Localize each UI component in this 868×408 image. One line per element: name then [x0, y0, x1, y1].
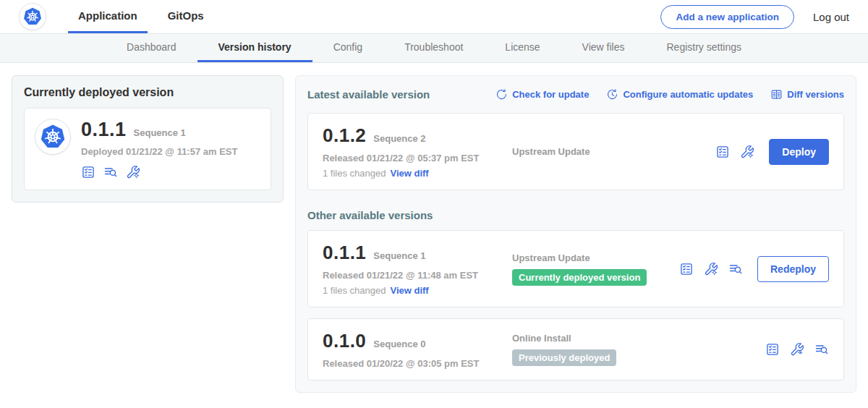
version-number: 0.1.2 — [323, 124, 366, 147]
version-number: 0.1.0 — [323, 330, 366, 352]
subnav-tab-troubleshoot[interactable]: Troubleshoot — [383, 34, 484, 62]
version-source: Online Install — [512, 333, 571, 344]
version-sequence: Sequence 2 — [373, 133, 425, 144]
subnav-tab-dashboard[interactable]: Dashboard — [106, 34, 197, 62]
subnav-tab-license[interactable]: License — [484, 34, 561, 62]
top-header: Application GitOps Add a new application… — [0, 0, 868, 33]
logout-link[interactable]: Log out — [813, 11, 849, 23]
kubernetes-app-icon — [39, 123, 67, 150]
edit-config-icon[interactable] — [704, 262, 718, 276]
version-row-0.1.0: 0.1.0 Sequence 0 Released 01/20/22 @ 03:… — [307, 318, 844, 381]
release-notes-icon[interactable] — [765, 342, 780, 357]
app-logo — [35, 119, 71, 155]
subnav-tab-config[interactable]: Config — [312, 34, 383, 62]
version-number: 0.1.1 — [323, 242, 366, 264]
view-logs-icon[interactable] — [814, 342, 829, 357]
header-tab-application[interactable]: Application — [68, 0, 148, 33]
subnav-tab-view-files[interactable]: View files — [561, 34, 646, 62]
version-released: Released 01/21/22 @ 05:37 pm EST — [323, 153, 512, 163]
view-config-icon[interactable] — [790, 342, 804, 357]
release-notes-icon[interactable] — [81, 165, 95, 179]
redeploy-button[interactable]: Redeploy — [757, 256, 829, 282]
add-application-button[interactable]: Add a new application — [660, 5, 794, 29]
currently-deployed-title: Currently deployed version — [24, 86, 271, 99]
version-released: Released 01/21/22 @ 11:48 am EST — [323, 270, 512, 281]
view-diff-link[interactable]: View diff — [390, 285, 428, 296]
latest-available-heading: Latest available version — [307, 88, 430, 101]
main-content: Currently deployed version — [0, 63, 868, 393]
currently-deployed-badge: Currently deployed version — [512, 269, 647, 286]
other-versions-heading: Other available versions — [307, 209, 844, 221]
refresh-icon — [495, 88, 508, 101]
view-logs-icon[interactable] — [103, 165, 118, 179]
subnav-tab-registry-settings[interactable]: Registry settings — [646, 34, 762, 62]
view-logs-icon[interactable] — [728, 262, 743, 276]
version-history-panel: Latest available version Check for updat… — [295, 75, 856, 393]
deployed-version-card: 0.1.1 Sequence 1 Deployed 01/21/22 @ 11:… — [24, 108, 271, 190]
check-for-update-link[interactable]: Check for update — [495, 88, 589, 101]
version-sequence: Sequence 1 — [373, 250, 425, 261]
deployed-sequence: Sequence 1 — [134, 127, 186, 138]
release-notes-icon[interactable] — [715, 145, 730, 159]
diff-icon — [770, 88, 783, 101]
edit-config-icon[interactable] — [126, 165, 140, 179]
app-subnav: Dashboard Version history Config Trouble… — [0, 33, 868, 63]
version-row-0.1.1: 0.1.1 Sequence 1 Released 01/21/22 @ 11:… — [307, 230, 844, 307]
scheduled-update-icon — [606, 88, 618, 101]
view-diff-link[interactable]: View diff — [390, 168, 428, 179]
deploy-button[interactable]: Deploy — [769, 139, 829, 165]
kubernetes-logo[interactable] — [19, 3, 46, 30]
version-row-0.1.2: 0.1.2 Sequence 2 Released 01/21/22 @ 05:… — [307, 113, 844, 190]
files-changed: 1 files changedView diff — [323, 168, 512, 179]
version-source: Upstream Update — [512, 146, 590, 157]
deployed-version-number: 0.1.1 — [81, 119, 127, 141]
diff-versions-link[interactable]: Diff versions — [770, 88, 844, 101]
version-released: Released 01/20/22 @ 03:05 pm EST — [323, 358, 512, 369]
files-changed: 1 files changedView diff — [323, 285, 512, 296]
version-sequence: Sequence 0 — [373, 339, 425, 349]
deployed-timestamp: Deployed 01/21/22 @ 11:57 am EST — [81, 146, 237, 157]
kubernetes-logo-icon — [22, 7, 43, 27]
header-tab-gitops[interactable]: GitOps — [158, 0, 214, 33]
subnav-tab-version-history[interactable]: Version history — [197, 34, 312, 62]
edit-config-icon[interactable] — [740, 145, 754, 159]
currently-deployed-card: Currently deployed version — [12, 75, 284, 203]
release-notes-icon[interactable] — [679, 262, 694, 276]
deployed-version-info: 0.1.1 Sequence 1 Deployed 01/21/22 @ 11:… — [81, 119, 237, 179]
configure-automatic-updates-link[interactable]: Configure automatic updates — [606, 88, 753, 101]
previously-deployed-badge: Previously deployed — [512, 349, 616, 366]
version-source: Upstream Update — [512, 252, 590, 263]
